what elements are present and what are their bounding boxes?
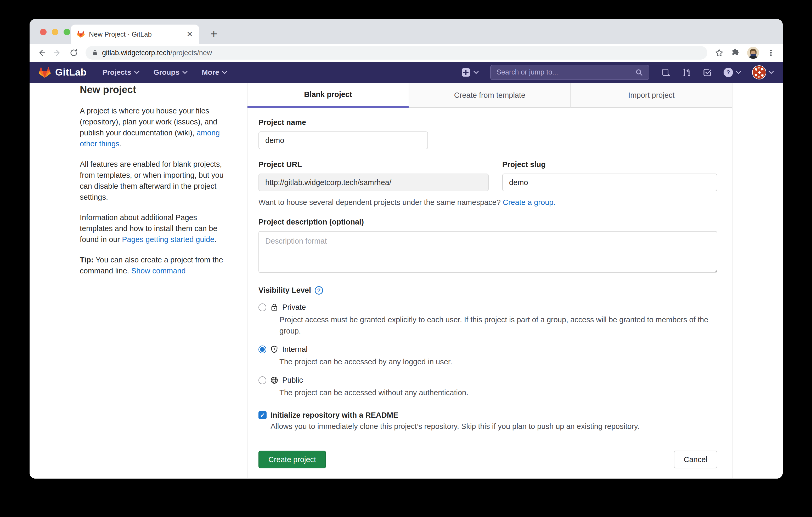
project-slug-label: Project slug	[502, 160, 717, 169]
minimize-window-button[interactable]	[52, 29, 58, 35]
help-menu[interactable]: ?	[723, 67, 741, 78]
search-input[interactable]: Search or jump to...	[490, 65, 649, 80]
reload-icon[interactable]	[69, 48, 78, 57]
sidebar-tip: Tip: You can also create a project from …	[80, 254, 232, 276]
issues-icon[interactable]	[661, 68, 671, 77]
nav-menu-more[interactable]: More	[202, 68, 227, 77]
chevron-down-icon	[182, 71, 187, 74]
browser-toolbar: gitlab.widgetcorp.tech/projects/new	[30, 44, 783, 62]
readme-label[interactable]: Initialize repository with a README	[270, 411, 398, 420]
tab-close-icon[interactable]: ✕	[186, 30, 193, 38]
project-url-label: Project URL	[258, 160, 489, 169]
pages-guide-link[interactable]: Pages getting started guide	[122, 235, 214, 244]
visibility-option-private: Private Project access must be granted e…	[258, 303, 717, 337]
browser-menu-kebab-icon[interactable]	[766, 48, 775, 57]
url-bar[interactable]: gitlab.widgetcorp.tech/projects/new	[86, 46, 707, 60]
sidebar-paragraph: All features are enabled for blank proje…	[80, 159, 232, 203]
search-placeholder: Search or jump to...	[496, 68, 632, 76]
private-option-desc: Project access must be granted explicitl…	[280, 314, 717, 337]
project-url-input[interactable]	[258, 174, 489, 191]
nav-menu-projects[interactable]: Projects	[102, 68, 139, 77]
merge-requests-icon[interactable]	[682, 67, 692, 78]
page-title: New project	[80, 84, 232, 95]
chevron-down-icon	[768, 71, 774, 74]
user-menu[interactable]	[752, 65, 774, 80]
gitlab-tanuki-icon	[38, 66, 51, 79]
private-option-label[interactable]: Private	[282, 303, 306, 311]
todos-icon[interactable]	[703, 68, 712, 77]
nav-menus: Projects Groups More	[102, 68, 227, 77]
visibility-option-public: Public The project can be accessed witho…	[258, 376, 717, 398]
gitlab-favicon-icon	[77, 30, 85, 38]
nav-menu-label: More	[202, 68, 219, 77]
url-host: gitlab.widgetcorp.tech	[102, 49, 170, 57]
nav-menu-label: Groups	[153, 68, 180, 77]
nav-menu-label: Projects	[102, 68, 131, 77]
url-text: gitlab.widgetcorp.tech/projects/new	[102, 49, 212, 57]
project-name-input[interactable]	[258, 131, 428, 149]
bookmark-star-icon[interactable]	[715, 48, 724, 57]
maximize-window-button[interactable]	[64, 29, 70, 35]
project-description-label: Project description (optional)	[258, 218, 717, 226]
forward-icon[interactable]	[53, 48, 62, 57]
tab-import-project[interactable]: Import project	[570, 83, 732, 108]
gitlab-navbar: GitLab Projects Groups More	[30, 62, 783, 83]
project-slug-input[interactable]	[502, 174, 717, 191]
create-group-link[interactable]: Create a group.	[503, 198, 556, 207]
readme-option: ✓ Initialize repository with a README Al…	[258, 411, 717, 431]
browser-profile-avatar[interactable]	[747, 47, 759, 59]
readme-checkbox[interactable]: ✓	[258, 411, 267, 419]
page-content: New project A project is where you house…	[30, 83, 783, 479]
project-description-textarea[interactable]	[258, 231, 717, 273]
tab-title: New Project · GitLab	[89, 30, 182, 38]
private-radio[interactable]	[258, 303, 266, 311]
lock-icon	[92, 50, 98, 56]
sidebar-help-column: New project A project is where you house…	[80, 84, 232, 286]
show-command-link[interactable]: Show command	[131, 267, 186, 275]
tab-create-from-template[interactable]: Create from template	[409, 83, 570, 108]
close-window-button[interactable]	[40, 29, 47, 35]
shield-icon	[270, 345, 278, 354]
extensions-puzzle-icon[interactable]	[731, 48, 740, 57]
namespace-hint: Want to house several dependent projects…	[258, 198, 717, 207]
browser-window: New Project · GitLab ✕ +	[30, 19, 783, 479]
project-tabs: Blank project Create from template Impor…	[248, 83, 732, 108]
plus-square-icon	[461, 67, 471, 78]
sidebar-paragraph: A project is where you house your files …	[80, 105, 232, 149]
globe-icon	[270, 376, 278, 384]
gitlab-wordmark: GitLab	[55, 67, 87, 78]
new-project-panel: Blank project Create from template Impor…	[247, 83, 732, 478]
readme-desc: Allows you to immediately clone this pro…	[270, 422, 717, 431]
blank-project-form: Project name Project URL Project slug Wa…	[248, 108, 732, 478]
chevron-down-icon	[736, 71, 741, 74]
gitlab-logo[interactable]: GitLab	[38, 66, 87, 79]
visibility-help-icon[interactable]: ?	[315, 286, 323, 295]
chevron-down-icon	[473, 71, 479, 74]
new-tab-button[interactable]: +	[210, 28, 218, 40]
create-project-button[interactable]: Create project	[258, 451, 326, 468]
public-option-desc: The project can be accessed without any …	[280, 387, 717, 398]
window-controls	[40, 29, 70, 35]
lock-icon	[270, 303, 278, 311]
help-icon: ?	[723, 67, 733, 78]
browser-tab[interactable]: New Project · GitLab ✕	[70, 25, 199, 44]
svg-text:?: ?	[726, 69, 730, 75]
search-icon	[635, 68, 643, 76]
visibility-option-internal: Internal The project can be accessed by …	[258, 345, 717, 367]
visibility-level-label: Visibility Level	[258, 286, 311, 295]
nav-menu-groups[interactable]: Groups	[153, 68, 188, 77]
url-path: /projects/new	[170, 49, 212, 57]
public-radio[interactable]	[258, 376, 266, 384]
sidebar-paragraph: Information about additional Pages templ…	[80, 212, 232, 245]
internal-option-label[interactable]: Internal	[282, 345, 308, 354]
nav-icon-row: ?	[661, 65, 774, 80]
internal-radio[interactable]	[258, 345, 266, 354]
cancel-button[interactable]: Cancel	[674, 451, 717, 468]
chevron-down-icon	[134, 71, 139, 74]
public-option-label[interactable]: Public	[282, 376, 303, 385]
project-name-label: Project name	[258, 118, 717, 127]
new-menu-button[interactable]	[461, 67, 479, 78]
tab-blank-project[interactable]: Blank project	[248, 83, 409, 108]
chevron-down-icon	[222, 71, 227, 74]
back-icon[interactable]	[37, 48, 46, 57]
